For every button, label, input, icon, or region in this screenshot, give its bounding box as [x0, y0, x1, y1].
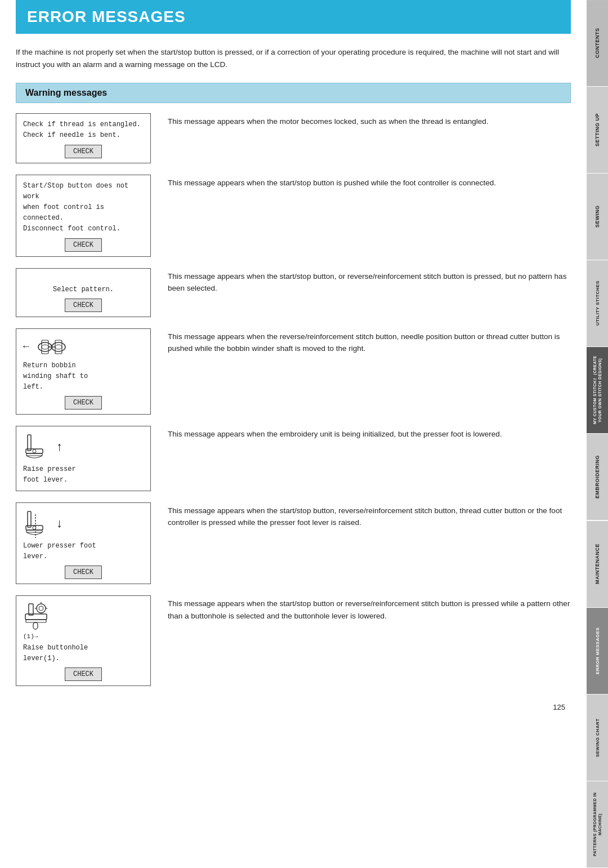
lcd-line-4-2: winding shaft to	[23, 371, 144, 382]
svg-point-20	[37, 604, 46, 613]
sidebar-tab-setting-up[interactable]: SETTING UP	[587, 87, 608, 173]
intro-text: If the machine is not properly set when …	[16, 46, 571, 70]
down-arrow-icon: ↓	[56, 515, 63, 533]
message-row-2: Start/Stop button does not work when foo…	[16, 175, 571, 257]
buttonhole-icon	[23, 602, 52, 631]
lcd-box-5: ↑ Raise presser foot lever.	[16, 426, 151, 491]
arrow-label: (1)→	[23, 632, 144, 642]
lcd-line-7-1: Raise buttonhole	[23, 643, 144, 653]
presser-down-icon-area: ↓	[23, 509, 144, 540]
lcd-line-6-1: Lower presser foot	[23, 541, 144, 551]
page-header: ERROR MESSAGES	[16, 0, 571, 34]
page-number: 125	[16, 703, 571, 711]
check-button-7[interactable]: CHECK	[65, 667, 102, 681]
lcd-box-3: Select pattern. CHECK	[16, 268, 151, 317]
svg-rect-19	[33, 622, 38, 629]
sidebar-tab-maintenance[interactable]: MAINTENANCE	[587, 521, 608, 608]
sidebar-tab-contents[interactable]: CONTENTS	[587, 0, 608, 87]
sidebar-tab-utility-stitches[interactable]: UTILITY STITCHES	[587, 260, 608, 347]
message-row-7: (1)→ Raise buttonhole lever(1). CHECK Th…	[16, 595, 571, 686]
check-button-4[interactable]: CHECK	[65, 396, 102, 409]
message-desc-4: This message appears when the reverse/re…	[168, 328, 571, 355]
section-header: Warning messages	[16, 83, 571, 103]
lcd-box-7: (1)→ Raise buttonhole lever(1). CHECK	[16, 595, 151, 686]
svg-point-1	[42, 345, 48, 349]
message-row-1: Check if thread is entangled. Check if n…	[16, 113, 571, 163]
arrow-left-icon: ←	[23, 339, 29, 354]
message-desc-1: This message appears when the motor beco…	[168, 113, 571, 128]
lcd-box-1: Check if thread is entangled. Check if n…	[16, 113, 151, 163]
lcd-line-7-2: lever(1).	[23, 653, 144, 664]
presser-foot-down-icon	[23, 509, 51, 540]
check-button-2[interactable]: CHECK	[65, 238, 102, 252]
lcd-line-4-1: Return bobbin	[23, 360, 144, 371]
lcd-box-4: ← Return bobbin winding shaft to left. C…	[16, 328, 151, 415]
svg-point-10	[33, 449, 36, 453]
svg-point-4	[55, 345, 62, 349]
check-button-3[interactable]: CHECK	[65, 299, 102, 312]
lcd-line-3-1: Select pattern.	[23, 284, 144, 295]
svg-rect-11	[28, 511, 31, 527]
check-button-6[interactable]: CHECK	[65, 566, 102, 579]
lcd-line-2-2: when foot control is connected.	[23, 202, 144, 224]
lcd-line-2-1: Start/Stop button does not work	[23, 181, 144, 202]
lcd-line-1-1: Check if thread is entangled.	[23, 119, 144, 130]
sidebar-tab-error-messages[interactable]: ERROR MESSAGES	[587, 608, 608, 695]
message-row-5: ↑ Raise presser foot lever. This message…	[16, 426, 571, 491]
message-desc-2: This message appears when the start/stop…	[168, 175, 571, 189]
lcd-line-6-2: lever.	[23, 551, 144, 562]
sidebar-tab-sewing[interactable]: SEWING	[587, 173, 608, 260]
message-desc-6: This message appears when the start/stop…	[168, 502, 571, 529]
sidebar: CONTENTS SETTING UP SEWING UTILITY STITC…	[587, 0, 608, 868]
message-row-3: Select pattern. CHECK This message appea…	[16, 268, 571, 317]
check-button-1[interactable]: CHECK	[65, 145, 102, 158]
presser-foot-up-icon	[23, 432, 51, 463]
message-desc-5: This message appears when the embroidery…	[168, 426, 571, 440]
section-title: Warning messages	[25, 88, 561, 98]
page-title: ERROR MESSAGES	[27, 8, 560, 26]
lcd-line-1-2: Check if needle is bent.	[23, 130, 144, 141]
message-desc-3: This message appears when the start/stop…	[168, 268, 571, 295]
message-desc-7: This message appears when the start/stop…	[168, 595, 571, 622]
sidebar-tab-sewing-chart[interactable]: SEWING CHART	[587, 695, 608, 781]
sidebar-tab-my-custom-stitch[interactable]: MY CUSTOM STITCH™ (CREATE YOUR OWN STITC…	[587, 347, 608, 434]
main-content: ERROR MESSAGES If the machine is not pro…	[0, 0, 587, 734]
sidebar-tab-patterns[interactable]: PATTERNS (PROGRAMMED IN MACHINE)	[587, 781, 608, 868]
lcd-line-4-3: left.	[23, 382, 144, 393]
message-row-6: ↓ Lower presser foot lever. CHECK This m…	[16, 502, 571, 584]
bobbin-icon	[34, 335, 68, 359]
buttonhole-icon-area	[23, 602, 144, 631]
message-row-4: ← Return bobbin winding shaft to left. C…	[16, 328, 571, 415]
svg-rect-9	[26, 453, 42, 456]
lcd-line-2-3: Disconnect foot control.	[23, 224, 144, 234]
up-arrow-icon: ↑	[56, 438, 63, 457]
sidebar-tab-embroidering[interactable]: EMBROIDERING	[587, 434, 608, 520]
svg-point-21	[39, 606, 43, 611]
presser-up-icon-area: ↑	[23, 432, 144, 463]
svg-rect-13	[26, 530, 42, 532]
bobbin-icon-area: ←	[23, 335, 144, 359]
svg-rect-16	[29, 604, 33, 615]
lcd-box-6: ↓ Lower presser foot lever. CHECK	[16, 502, 151, 584]
svg-rect-7	[28, 435, 31, 451]
lcd-box-2: Start/Stop button does not work when foo…	[16, 175, 151, 257]
lcd-line-5-1: Raise presser	[23, 464, 144, 475]
lcd-line-5-2: foot lever.	[23, 475, 144, 486]
